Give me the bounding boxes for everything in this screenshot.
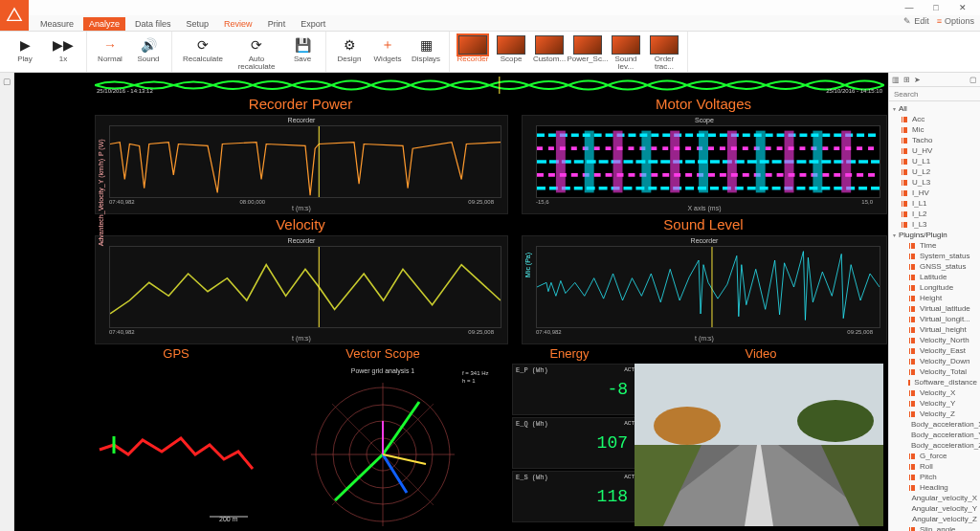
channel-item[interactable]: U_L1 bbox=[889, 156, 980, 166]
channel-item[interactable]: System_status bbox=[889, 251, 980, 261]
channel-item[interactable]: Velocity_Total bbox=[889, 366, 980, 377]
search-input[interactable] bbox=[892, 89, 977, 100]
video-widget[interactable] bbox=[635, 364, 883, 526]
sound-button[interactable]: 🔊Sound bbox=[129, 33, 167, 72]
channel-item[interactable]: Virtual_longit... bbox=[889, 314, 980, 324]
dashboard: 25/10/2016 - 14:13:12 25/10/2016 - 14:15… bbox=[14, 73, 888, 531]
edit-button[interactable]: ✎ Edit bbox=[903, 16, 929, 26]
recalculate-button[interactable]: ⟳Recalculate bbox=[176, 33, 230, 72]
chart-motor-voltages[interactable]: Scope bbox=[522, 115, 887, 214]
channel-item[interactable]: Mic bbox=[889, 124, 980, 135]
channel-item[interactable]: Time bbox=[889, 240, 980, 251]
channel-item[interactable]: I_L3 bbox=[889, 219, 980, 230]
tool-folder-icon[interactable]: ▥ bbox=[892, 76, 900, 84]
channel-item[interactable]: Roll bbox=[889, 461, 980, 472]
display-scope[interactable]: Scope bbox=[492, 33, 530, 72]
channel-item[interactable]: Angular_velocity_Y bbox=[889, 503, 980, 514]
tab-setup[interactable]: Setup bbox=[181, 17, 215, 31]
display-order-trac[interactable]: Order trac... bbox=[645, 33, 683, 72]
displays-button[interactable]: ▦Displays bbox=[407, 33, 445, 72]
energy-es[interactable]: E_S (Wh) ACT 118 bbox=[512, 471, 638, 522]
tab-review[interactable]: Review bbox=[218, 17, 258, 31]
chart-sound-level[interactable]: Recorder Mic (Pa) 07:40,982 09:25,008 t … bbox=[522, 235, 887, 344]
sidebar-group[interactable]: All bbox=[889, 103, 980, 114]
channel-list[interactable]: AllAccMicTachoU_HVU_L1U_L2U_L3I_HVI_L1I_… bbox=[889, 101, 980, 531]
channel-item[interactable]: Height bbox=[889, 293, 980, 303]
channel-item[interactable]: U_L3 bbox=[889, 177, 980, 188]
save-icon: 💾 bbox=[293, 35, 312, 55]
sidebar-search[interactable] bbox=[889, 87, 980, 101]
display-custom[interactable]: Custom... bbox=[530, 33, 568, 72]
channel-item[interactable]: U_L2 bbox=[889, 166, 980, 177]
waveform-icon bbox=[908, 338, 917, 343]
speed-button[interactable]: ▶▶1x bbox=[44, 33, 82, 72]
window-close-button[interactable]: ✕ bbox=[949, 1, 976, 14]
channel-item[interactable]: Software_distance bbox=[889, 377, 980, 387]
timeline-overview[interactable]: 25/10/2016 - 14:13:12 25/10/2016 - 14:15… bbox=[95, 77, 884, 94]
widgets-button[interactable]: ＋Widgets bbox=[368, 33, 407, 72]
channel-item[interactable]: Angular_velocity_Z bbox=[889, 514, 980, 524]
waveform-icon bbox=[908, 401, 917, 407]
gps-widget[interactable]: 200 m bbox=[95, 364, 257, 526]
channel-item[interactable]: Latitude bbox=[889, 272, 980, 282]
channel-item[interactable]: Slip_angle bbox=[889, 524, 980, 531]
energy-ep[interactable]: E_P (Wh) ACT -8 bbox=[512, 364, 638, 415]
energy-eq[interactable]: E_Q (Wh) ACT 107 bbox=[512, 417, 638, 469]
tab-analyze[interactable]: Analyze bbox=[83, 17, 125, 31]
vector-scope-widget[interactable]: Power grid analysis 1 f = 341 Hz h = 1 bbox=[261, 364, 504, 526]
waveform-icon bbox=[908, 390, 917, 396]
waveform-icon bbox=[908, 506, 909, 512]
channel-item[interactable]: Velocity_East bbox=[889, 345, 980, 356]
channel-item[interactable]: Body_acceleration_X bbox=[889, 419, 980, 430]
channel-item[interactable]: Body_acceleration_Y bbox=[889, 430, 980, 440]
tab-print[interactable]: Print bbox=[262, 17, 292, 31]
sidebar-group[interactable]: Plugins/Plugin bbox=[889, 230, 980, 240]
display-recorder[interactable]: Recorder bbox=[454, 33, 492, 72]
svg-point-49 bbox=[797, 400, 874, 442]
tab-datafiles[interactable]: Data files bbox=[129, 17, 177, 31]
channel-item[interactable]: Virtual_latitude bbox=[889, 303, 980, 314]
display-power-sc[interactable]: Power_Sc... bbox=[568, 33, 607, 72]
channel-item[interactable]: I_L2 bbox=[889, 209, 980, 219]
play-icon: ▶ bbox=[15, 35, 34, 55]
tool-collapse-icon[interactable]: ▢ bbox=[969, 76, 977, 84]
play-button[interactable]: ▶Play bbox=[6, 33, 44, 72]
options-button[interactable]: ≡ Options bbox=[937, 16, 974, 26]
channel-item[interactable]: U_HV bbox=[889, 145, 980, 156]
auto-recalculate-button[interactable]: ⟳Auto recalculate bbox=[230, 33, 283, 72]
channel-item[interactable]: Tacho bbox=[889, 135, 980, 145]
tool-cursor-icon[interactable]: ➤ bbox=[914, 76, 921, 84]
channel-item[interactable]: Angular_velocity_X bbox=[889, 493, 980, 503]
collapse-icon[interactable]: ▢ bbox=[3, 77, 11, 86]
design-button[interactable]: ⚙Design bbox=[330, 33, 368, 72]
channel-item[interactable]: I_HV bbox=[889, 188, 980, 198]
channel-item[interactable]: Longitude bbox=[889, 282, 980, 293]
channel-item[interactable]: Velocity_North bbox=[889, 335, 980, 345]
display-sound-level[interactable]: Sound lev... bbox=[607, 33, 645, 72]
channel-item[interactable]: Body_acceleration_Z bbox=[889, 440, 980, 451]
channel-item[interactable]: Velocity_Y bbox=[889, 398, 980, 409]
channel-item[interactable]: Acc bbox=[889, 114, 980, 124]
channel-item[interactable]: I_L1 bbox=[889, 198, 980, 209]
chart-velocity[interactable]: Recorder Advantech_Velocity_Y (km/h) 07:… bbox=[95, 235, 508, 344]
channel-item[interactable]: Velocity_Down bbox=[889, 356, 980, 366]
channel-item[interactable]: Virtual_height bbox=[889, 324, 980, 335]
channel-item[interactable]: Heading bbox=[889, 482, 980, 493]
channel-item[interactable]: Pitch bbox=[889, 472, 980, 482]
window-minimize-button[interactable]: — bbox=[896, 1, 923, 14]
channel-item[interactable]: G_force bbox=[889, 451, 980, 461]
app-logo[interactable] bbox=[0, 0, 29, 31]
save-button[interactable]: 💾Save bbox=[283, 33, 322, 72]
svg-rect-16 bbox=[727, 131, 737, 193]
window-maximize-button[interactable]: □ bbox=[923, 1, 949, 14]
chart-recorder-power[interactable]: Recorder P (W) 07:40,982 08:00,000 09:25… bbox=[95, 115, 508, 214]
tab-measure[interactable]: Measure bbox=[34, 17, 79, 31]
tool-tree-icon[interactable]: ⊞ bbox=[903, 76, 910, 84]
energy-value: -8 bbox=[607, 380, 628, 399]
left-gutter: ▢ bbox=[0, 73, 14, 531]
channel-item[interactable]: GNSS_status bbox=[889, 261, 980, 272]
tab-export[interactable]: Export bbox=[295, 17, 331, 31]
channel-item[interactable]: Velocity_Z bbox=[889, 409, 980, 419]
normal-mode-button[interactable]: →Normal bbox=[91, 33, 129, 72]
channel-item[interactable]: Velocity_X bbox=[889, 387, 980, 398]
